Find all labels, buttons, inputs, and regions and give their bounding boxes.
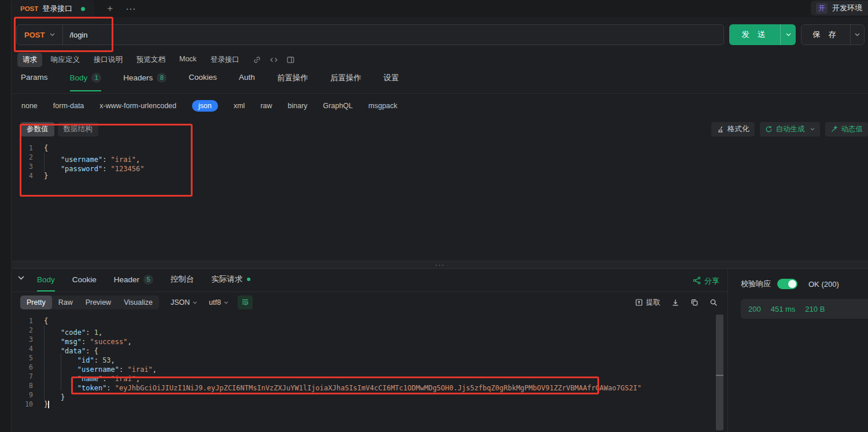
format-select[interactable]: JSON <box>171 298 197 307</box>
unsaved-dot <box>81 7 85 11</box>
request-tab[interactable]: POST 登录接口 <box>12 0 94 17</box>
response-tab-Body[interactable]: Body <box>37 274 55 291</box>
line-number: 3 <box>12 162 33 171</box>
response-tabs-row: BodyCookieHeader5控制台实际请求 分享 <box>12 269 727 292</box>
format-select-value: JSON <box>171 298 190 307</box>
extract-button[interactable]: 提取 <box>635 298 660 308</box>
response-toolbar: PrettyRawPreviewVisualize JSON utf8 <box>12 292 727 313</box>
code-line: 3"msg": "success", <box>12 335 727 344</box>
environment-badge: 开 <box>816 3 828 14</box>
magic-wand-icon <box>830 125 838 133</box>
auto-generate-button[interactable]: 自动生成 <box>760 122 820 136</box>
share-button[interactable]: 分享 <box>693 276 719 286</box>
request-body-editor[interactable]: 1{2"username": "irai",3"password": "1234… <box>12 140 868 261</box>
response-body-viewer[interactable]: 1{2"code": 1,3"msg": "success",4"data": … <box>12 313 727 432</box>
wrap-lines-icon <box>241 298 249 307</box>
validate-response-toggle[interactable] <box>777 279 797 289</box>
line-number: 9 <box>12 390 33 400</box>
body-type-list: noneform-datax-www-form-urlencodedjsonxm… <box>12 94 868 118</box>
body-type-GraphQL[interactable]: GraphQL <box>323 102 353 110</box>
body-type-msgpack[interactable]: msgpack <box>368 102 397 110</box>
encoding-select[interactable]: utf8 <box>209 298 228 307</box>
response-tab-实际请求[interactable]: 实际请求 <box>212 274 250 291</box>
body-type-raw[interactable]: raw <box>260 102 272 110</box>
dynamic-value-button[interactable]: 动态值 <box>825 122 868 136</box>
doc-tab[interactable]: 响应定义 <box>46 53 85 67</box>
request-tab-Body[interactable]: Body1 <box>70 73 102 91</box>
environment-selector[interactable]: 开 开发环境 <box>811 1 868 16</box>
line-number: 10 <box>12 400 33 409</box>
response-tab-Cookie[interactable]: Cookie <box>72 274 97 291</box>
search-button[interactable] <box>710 298 718 307</box>
doc-tab-icons <box>253 56 295 64</box>
view-mode-Raw[interactable]: Raw <box>52 296 79 309</box>
response-tab-控制台[interactable]: 控制台 <box>171 274 194 291</box>
format-button[interactable]: 格式化 <box>711 122 755 136</box>
response-actions: 提取 <box>635 298 727 308</box>
body-type-x-www-form-urlencoded[interactable]: x-www-form-urlencoded <box>99 102 176 110</box>
chevron-down-icon <box>810 128 815 131</box>
request-tab-设置[interactable]: 设置 <box>383 73 399 92</box>
chevron-down-icon <box>50 33 55 36</box>
status-code: 200 <box>748 305 761 313</box>
line-number: 6 <box>12 363 33 372</box>
link-icon[interactable] <box>253 56 261 64</box>
request-tab-后置操作[interactable]: 后置操作 <box>330 73 361 92</box>
code-line: 7"name": "irai", <box>12 372 727 381</box>
collapse-response-icon[interactable] <box>18 276 24 280</box>
body-type-binary[interactable]: binary <box>288 102 308 110</box>
split-panel-icon[interactable] <box>286 56 295 64</box>
doc-tab[interactable]: 预览文档 <box>131 53 171 67</box>
tab-label: Body <box>70 73 88 82</box>
body-type-json[interactable]: json <box>192 100 218 112</box>
doc-tab[interactable]: 登录接口 <box>205 53 245 67</box>
chevron-down-icon <box>193 301 197 304</box>
word-wrap-toggle[interactable] <box>238 296 253 309</box>
tab-label: Cookies <box>189 73 217 82</box>
save-options-chevron-icon[interactable] <box>850 25 864 45</box>
view-mode-Visualize[interactable]: Visualize <box>117 296 159 309</box>
view-mode-Pretty[interactable]: Pretty <box>20 296 52 309</box>
line-number: 5 <box>12 353 33 363</box>
line-content: } <box>44 390 65 400</box>
doc-tab[interactable]: 请求 <box>17 53 42 67</box>
doc-tab[interactable]: 接口说明 <box>88 53 128 67</box>
download-button[interactable] <box>671 298 679 307</box>
send-button[interactable]: 发 送 <box>729 24 796 45</box>
url-row: POST 发 送 保 存 <box>12 17 868 51</box>
new-tab-icon[interactable]: + <box>107 3 113 14</box>
save-button[interactable]: 保 存 <box>801 24 865 45</box>
code-icon[interactable] <box>269 56 278 64</box>
method-dropdown[interactable]: POST <box>17 31 62 39</box>
request-tab-Params[interactable]: Params <box>21 73 48 90</box>
body-type-none[interactable]: none <box>21 102 38 110</box>
request-tab-Headers[interactable]: Headers8 <box>123 73 167 91</box>
response-scrollbar[interactable] <box>716 315 723 430</box>
request-tab-title: 登录接口 <box>42 3 72 14</box>
tab-label: Cookie <box>72 275 97 284</box>
doc-tab[interactable]: Mock <box>174 53 202 67</box>
request-tab-前置操作[interactable]: 前置操作 <box>277 73 308 92</box>
request-tab-Cookies[interactable]: Cookies <box>189 73 217 90</box>
code-line: 3"password": "123456" <box>12 162 868 171</box>
editor-tab[interactable]: 参数值 <box>21 122 54 136</box>
pane-splitter-handle[interactable]: ··· <box>12 261 868 269</box>
validate-result: OK (200) <box>808 280 839 289</box>
view-mode-Preview[interactable]: Preview <box>79 296 117 309</box>
line-number: 3 <box>12 335 33 344</box>
response-tab-Header[interactable]: Header5 <box>114 274 153 291</box>
send-options-chevron-icon[interactable] <box>780 24 796 45</box>
copy-button[interactable] <box>690 298 699 307</box>
environment-name: 开发环境 <box>832 3 862 13</box>
body-type-xml[interactable]: xml <box>234 102 245 110</box>
line-content: "username": "irai", <box>44 153 140 162</box>
editor-tab[interactable]: 数据结构 <box>58 122 98 136</box>
validate-response-label: 校验响应 <box>741 279 771 289</box>
more-tabs-icon[interactable]: ⋯ <box>125 3 135 15</box>
url-input[interactable] <box>63 25 723 45</box>
chevron-down-icon <box>224 301 228 304</box>
line-content: "token": "eyJhbGciOiJIUzI1NiJ9.eyJpZCI6N… <box>44 381 641 390</box>
top-tab-bar: POST 登录接口 + ⋯ 开 开发环境 <box>12 0 868 17</box>
request-tab-Auth[interactable]: Auth <box>239 73 255 90</box>
body-type-form-data[interactable]: form-data <box>53 102 84 110</box>
